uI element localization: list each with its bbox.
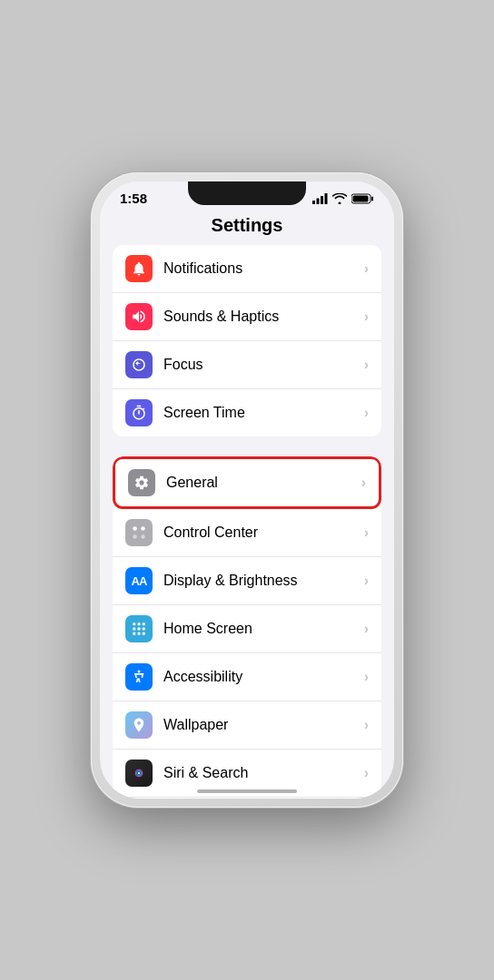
accessibility-icon (125, 663, 153, 691)
svg-rect-0 (312, 201, 315, 204)
settings-group-1: Notifications › Sounds & Haptics › Focus… (113, 245, 381, 436)
controlcenter-label: Control Center (163, 524, 364, 541)
screentime-chevron: › (364, 405, 369, 421)
accessibility-chevron: › (364, 669, 369, 685)
signal-icon (312, 193, 328, 204)
settings-item-homescreen[interactable]: Home Screen › (113, 605, 381, 653)
svg-rect-12 (138, 622, 141, 625)
sounds-label: Sounds & Haptics (163, 309, 364, 325)
homescreen-chevron: › (364, 621, 369, 637)
homescreen-icon (125, 615, 153, 642)
sounds-chevron: › (364, 309, 369, 325)
wallpaper-chevron: › (364, 717, 369, 733)
sounds-icon (125, 303, 153, 330)
phone-frame: 1:58 (91, 172, 403, 808)
status-time: 1:58 (120, 191, 147, 206)
screentime-icon (125, 399, 153, 426)
phone-screen: 1:58 (100, 181, 394, 799)
settings-item-general[interactable]: General › (113, 456, 381, 509)
svg-rect-15 (138, 628, 141, 631)
page-title: Settings (100, 210, 394, 245)
settings-item-accessibility[interactable]: Accessibility › (113, 653, 381, 701)
accessibility-label: Accessibility (163, 669, 364, 685)
settings-item-focus[interactable]: Focus › (113, 341, 381, 389)
svg-rect-18 (138, 632, 141, 635)
svg-rect-16 (143, 628, 145, 631)
svg-point-7 (133, 526, 137, 531)
display-icon: AA (125, 567, 153, 594)
display-label: Display & Brightness (163, 573, 364, 589)
controlcenter-icon (125, 519, 153, 546)
settings-item-screentime[interactable]: Screen Time › (113, 389, 381, 436)
settings-group-2: General › Control Center › AA Display & … (113, 456, 381, 799)
notch (188, 181, 306, 205)
settings-item-sounds[interactable]: Sounds & Haptics › (113, 293, 381, 341)
notifications-icon (125, 255, 153, 282)
siri-label: Siri & Search (163, 765, 364, 781)
controlcenter-chevron: › (364, 524, 369, 541)
homescreen-label: Home Screen (163, 621, 364, 637)
settings-item-display[interactable]: AA Display & Brightness › (113, 557, 381, 605)
svg-rect-1 (317, 198, 320, 204)
siri-chevron: › (364, 765, 369, 781)
general-icon (128, 469, 155, 496)
settings-item-wallpaper[interactable]: Wallpaper › (113, 701, 381, 750)
svg-point-10 (141, 534, 145, 539)
home-indicator (197, 789, 297, 793)
svg-rect-19 (143, 632, 145, 635)
settings-item-notifications[interactable]: Notifications › (113, 245, 381, 293)
notifications-label: Notifications (163, 260, 364, 277)
settings-item-faceid[interactable]: Face ID & Passcode › (113, 798, 381, 799)
svg-point-9 (133, 534, 137, 539)
display-chevron: › (364, 573, 369, 589)
wallpaper-label: Wallpaper (163, 717, 364, 733)
svg-rect-6 (353, 195, 369, 201)
svg-rect-11 (133, 622, 135, 625)
screentime-label: Screen Time (163, 405, 364, 421)
general-label: General (166, 475, 361, 491)
svg-rect-5 (371, 196, 373, 201)
svg-point-8 (141, 526, 145, 531)
wifi-icon (332, 193, 347, 204)
svg-rect-3 (325, 193, 328, 204)
general-chevron: › (361, 475, 366, 491)
svg-point-20 (138, 671, 141, 673)
svg-rect-2 (321, 196, 323, 204)
wallpaper-icon (125, 711, 153, 739)
focus-label: Focus (163, 357, 364, 373)
svg-rect-14 (133, 628, 135, 631)
settings-item-controlcenter[interactable]: Control Center › (113, 509, 381, 557)
battery-icon (351, 193, 374, 204)
focus-chevron: › (364, 357, 369, 373)
siri-icon (125, 760, 153, 787)
content-scroll[interactable]: Notifications › Sounds & Haptics › Focus… (100, 245, 394, 799)
focus-icon (125, 351, 153, 378)
notifications-chevron: › (364, 260, 369, 277)
svg-rect-17 (133, 632, 135, 635)
svg-point-23 (138, 772, 140, 774)
svg-rect-13 (143, 622, 145, 625)
status-icons (312, 193, 374, 204)
